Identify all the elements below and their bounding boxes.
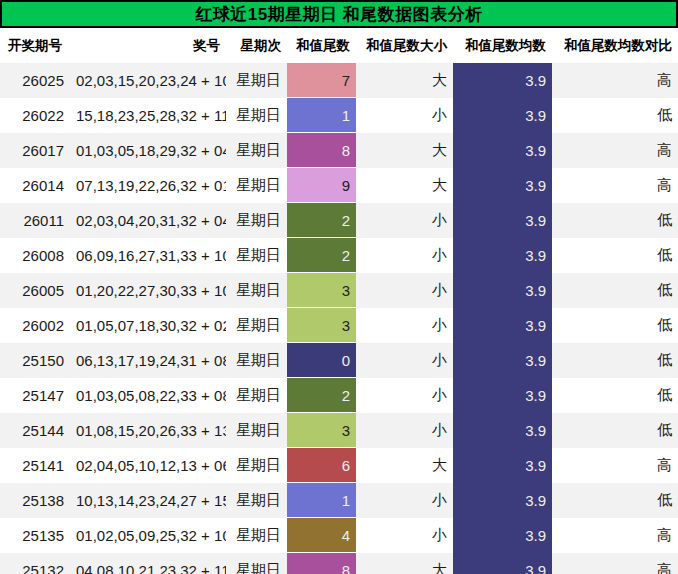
table-row: 2602502,03,15,20,23,24 + 10星期日7大3.9高: [0, 63, 678, 98]
weekday-cell: 星期日: [226, 343, 287, 378]
tail-mean-cell: 3.9: [453, 168, 552, 203]
tail-mean-compare-cell: 高: [552, 553, 678, 574]
table-row: 2515006,13,17,19,24,31 + 08星期日0小3.9低: [0, 343, 678, 378]
weekday-cell: 星期日: [226, 553, 287, 574]
tail-size-cell: 大: [356, 133, 453, 168]
lottery-tail-analysis-page: 红球近15期星期日 和尾数据图表分析 开奖期号 奖号 星期次 和值尾数 和值尾数…: [0, 0, 678, 574]
sum-tail-cell: 8: [287, 133, 356, 168]
tail-mean-cell: 3.9: [453, 63, 552, 98]
period-cell: 25135: [0, 518, 70, 553]
table-row: 2602215,18,23,25,28,32 + 11星期日1小3.9低: [0, 98, 678, 133]
period-cell: 25144: [0, 413, 70, 448]
tail-mean-compare-cell: 低: [552, 238, 678, 273]
sum-tail-cell: 1: [287, 483, 356, 518]
tail-mean-cell: 3.9: [453, 378, 552, 413]
tail-size-cell: 大: [356, 448, 453, 483]
table-row: 2514102,04,05,10,12,13 + 06星期日6大3.9高: [0, 448, 678, 483]
numbers-cell: 06,13,17,19,24,31 + 08: [70, 343, 226, 378]
tail-mean-compare-cell: 低: [552, 413, 678, 448]
table-row: 2601407,13,19,22,26,32 + 01星期日9大3.9高: [0, 168, 678, 203]
tail-mean-cell: 3.9: [453, 203, 552, 238]
col-header-period: 开奖期号: [0, 28, 70, 63]
tail-size-cell: 小: [356, 203, 453, 238]
sum-tail-cell: 2: [287, 203, 356, 238]
tail-mean-cell: 3.9: [453, 343, 552, 378]
tail-mean-cell: 3.9: [453, 238, 552, 273]
sum-tail-cell: 9: [287, 168, 356, 203]
col-header-sum-tail: 和值尾数: [287, 28, 356, 63]
tail-mean-cell: 3.9: [453, 273, 552, 308]
table-row: 2601701,03,05,18,29,32 + 04星期日8大3.9高: [0, 133, 678, 168]
table-row: 2513810,13,14,23,24,27 + 15星期日1小3.9低: [0, 483, 678, 518]
numbers-cell: 01,20,22,27,30,33 + 10: [70, 273, 226, 308]
period-cell: 26005: [0, 273, 70, 308]
numbers-cell: 06,09,16,27,31,33 + 10: [70, 238, 226, 273]
table-row: 2514401,08,15,20,26,33 + 13星期日3小3.9低: [0, 413, 678, 448]
sum-tail-cell: 1: [287, 98, 356, 133]
col-header-tail-mean: 和值尾数均数: [453, 28, 552, 63]
sum-tail-cell: 3: [287, 308, 356, 343]
sum-tail-cell: 8: [287, 553, 356, 574]
weekday-cell: 星期日: [226, 238, 287, 273]
period-cell: 25132: [0, 553, 70, 574]
tail-size-cell: 大: [356, 553, 453, 574]
sum-tail-cell: 4: [287, 518, 356, 553]
sum-tail-cell: 0: [287, 343, 356, 378]
numbers-cell: 07,13,19,22,26,32 + 01: [70, 168, 226, 203]
table-row: 2600501,20,22,27,30,33 + 10星期日3小3.9低: [0, 273, 678, 308]
tail-size-cell: 小: [356, 413, 453, 448]
weekday-cell: 星期日: [226, 63, 287, 98]
period-cell: 26014: [0, 168, 70, 203]
weekday-cell: 星期日: [226, 518, 287, 553]
tail-size-cell: 小: [356, 518, 453, 553]
sum-tail-cell: 6: [287, 448, 356, 483]
numbers-cell: 01,05,07,18,30,32 + 02: [70, 308, 226, 343]
period-cell: 26022: [0, 98, 70, 133]
tail-size-cell: 大: [356, 63, 453, 98]
numbers-cell: 02,04,05,10,12,13 + 06: [70, 448, 226, 483]
table-row: 2514701,03,05,08,22,33 + 08星期日2小3.9低: [0, 378, 678, 413]
tail-mean-cell: 3.9: [453, 553, 552, 574]
col-header-tail-mean-compare: 和值尾数均数对比: [552, 28, 678, 63]
tail-size-cell: 小: [356, 98, 453, 133]
tail-mean-compare-cell: 高: [552, 448, 678, 483]
table-row: 2513501,02,05,09,25,32 + 10星期日4小3.9高: [0, 518, 678, 553]
numbers-cell: 01,02,05,09,25,32 + 10: [70, 518, 226, 553]
table-body: 2602502,03,15,20,23,24 + 10星期日7大3.9高2602…: [0, 63, 678, 574]
tail-mean-cell: 3.9: [453, 98, 552, 133]
tail-mean-compare-cell: 高: [552, 168, 678, 203]
period-cell: 26017: [0, 133, 70, 168]
table-row: 2600201,05,07,18,30,32 + 02星期日3小3.9低: [0, 308, 678, 343]
table-row: 2600806,09,16,27,31,33 + 10星期日2小3.9低: [0, 238, 678, 273]
weekday-cell: 星期日: [226, 133, 287, 168]
tail-size-cell: 小: [356, 273, 453, 308]
period-cell: 26002: [0, 308, 70, 343]
weekday-cell: 星期日: [226, 483, 287, 518]
tail-mean-compare-cell: 低: [552, 98, 678, 133]
table-row: 2601102,03,04,20,31,32 + 04星期日2小3.9低: [0, 203, 678, 238]
sum-tail-cell: 3: [287, 413, 356, 448]
period-cell: 26025: [0, 63, 70, 98]
period-cell: 25138: [0, 483, 70, 518]
period-cell: 26008: [0, 238, 70, 273]
tail-mean-cell: 3.9: [453, 133, 552, 168]
period-cell: 25147: [0, 378, 70, 413]
tail-mean-compare-cell: 低: [552, 343, 678, 378]
tail-mean-cell: 3.9: [453, 518, 552, 553]
tail-mean-compare-cell: 低: [552, 308, 678, 343]
period-cell: 25141: [0, 448, 70, 483]
weekday-cell: 星期日: [226, 98, 287, 133]
numbers-cell: 01,03,05,18,29,32 + 04: [70, 133, 226, 168]
col-header-weekday: 星期次: [226, 28, 287, 63]
col-header-numbers: 奖号: [70, 28, 226, 63]
tail-mean-compare-cell: 高: [552, 133, 678, 168]
tail-mean-cell: 3.9: [453, 483, 552, 518]
table-row: 2513204,08,10,21,23,32 + 11星期日8大3.9高: [0, 553, 678, 574]
tail-size-cell: 小: [356, 343, 453, 378]
tail-mean-compare-cell: 高: [552, 518, 678, 553]
tail-data-table: 开奖期号 奖号 星期次 和值尾数 和值尾数大小 和值尾数均数 和值尾数均数对比 …: [0, 28, 678, 574]
weekday-cell: 星期日: [226, 308, 287, 343]
numbers-cell: 01,08,15,20,26,33 + 13: [70, 413, 226, 448]
sum-tail-cell: 3: [287, 273, 356, 308]
tail-size-cell: 小: [356, 378, 453, 413]
